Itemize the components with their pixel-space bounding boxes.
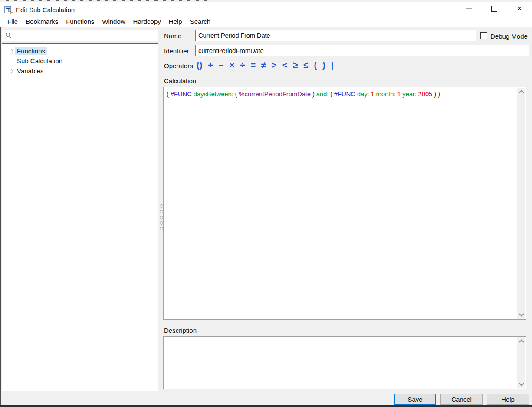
taskbar-sliver xyxy=(0,405,532,407)
operator-minus[interactable]: − xyxy=(219,61,224,69)
close-button[interactable]: ✕ xyxy=(507,2,532,16)
description-input[interactable] xyxy=(164,338,516,388)
calculation-label: Calculation xyxy=(164,77,196,85)
identifier-input[interactable] xyxy=(195,45,529,56)
background-window-sliver xyxy=(6,0,210,1)
chevron-right-icon[interactable] xyxy=(7,69,14,73)
search-input[interactable] xyxy=(13,30,158,41)
chevron-right-glyph xyxy=(8,69,13,73)
help-button[interactable]: Help xyxy=(487,394,529,405)
scroll-down-icon[interactable] xyxy=(519,382,523,386)
operator-multiply[interactable]: × xyxy=(230,61,235,69)
minimize-icon xyxy=(466,8,472,9)
tree-item-label: Functions xyxy=(15,47,47,55)
operator-greater-than[interactable]: > xyxy=(272,61,277,69)
cancel-button[interactable]: Cancel xyxy=(440,394,483,405)
operator-empty-parens[interactable]: () xyxy=(197,61,202,69)
calc-token-plain: ) xyxy=(311,90,316,98)
calc-token-number: 2005 xyxy=(418,90,433,98)
action-buttons: SaveCancelHelp xyxy=(394,394,529,405)
operators-label: Operators xyxy=(164,62,193,69)
calc-token-plain: ( xyxy=(167,90,171,98)
tree-item-variables[interactable]: Variables xyxy=(2,66,158,76)
scroll-up-icon[interactable] xyxy=(519,340,523,344)
operator-less-equal[interactable]: ≤ xyxy=(303,61,308,69)
tree-item-label: Variables xyxy=(15,67,45,75)
tree-item-sub-calculation[interactable]: Sub Calculation xyxy=(2,56,158,66)
identifier-label: Identifier xyxy=(164,47,189,55)
window-title: Edit Sub Calculation xyxy=(16,6,75,13)
calc-token-plain: ( xyxy=(233,90,239,98)
calc-token-selector: daysBetween: xyxy=(194,90,233,98)
menu-item-hardcopy[interactable]: Hardcopy xyxy=(129,16,165,26)
chevron-right-glyph xyxy=(8,49,13,53)
search-icon xyxy=(5,32,12,40)
titlebar: Edit Sub Calculation ✕ xyxy=(0,2,532,16)
function-tree: FunctionsSub CalculationVariables xyxy=(2,43,158,391)
calculation-expression: ( #FUNC daysBetween: ( %currentPeriodFro… xyxy=(167,90,516,98)
scroll-up-icon[interactable] xyxy=(519,90,523,94)
operator-equals[interactable]: = xyxy=(250,61,256,69)
operator-less-than[interactable]: < xyxy=(282,61,288,69)
operator-pipe[interactable]: | xyxy=(331,61,334,69)
debug-mode-label: Debug Mode xyxy=(490,33,528,40)
operator-divide[interactable]: ÷ xyxy=(240,61,245,69)
splitter-grip-dot xyxy=(160,204,163,208)
save-button[interactable]: Save xyxy=(394,394,436,405)
operator-greater-equal[interactable]: ≥ xyxy=(293,61,298,69)
menubar: FileBookmarksFunctionsWindowHardcopyHelp… xyxy=(0,16,532,27)
maximize-icon xyxy=(491,6,497,12)
description-scrollbar[interactable] xyxy=(517,337,525,388)
calc-token-selector: month: xyxy=(376,90,396,98)
calc-token-func: #FUNC xyxy=(334,90,355,98)
operator-open-paren[interactable]: ( xyxy=(314,61,317,69)
search-box xyxy=(2,30,158,41)
tree-item-label: Sub Calculation xyxy=(15,57,64,65)
app-icon xyxy=(4,6,13,14)
maximize-button[interactable] xyxy=(482,2,507,16)
description-label: Description xyxy=(164,327,197,334)
name-label: Name xyxy=(164,32,181,39)
chevron-right-icon[interactable] xyxy=(7,49,14,53)
operator-plus[interactable]: + xyxy=(208,61,213,69)
menu-item-file[interactable]: File xyxy=(3,16,22,26)
calc-token-plain: ( xyxy=(328,90,334,98)
tree-item-functions[interactable]: Functions xyxy=(2,46,158,56)
splitter-grip-dot xyxy=(160,216,163,219)
menu-item-window[interactable]: Window xyxy=(98,16,129,26)
menu-item-help[interactable]: Help xyxy=(165,16,186,26)
menu-item-bookmarks[interactable]: Bookmarks xyxy=(22,16,62,26)
caption-buttons: ✕ xyxy=(456,2,532,16)
operator-not-equals[interactable]: ≠ xyxy=(261,61,266,69)
calc-token-func: #FUNC xyxy=(171,90,192,98)
calc-token-selector: day: xyxy=(357,90,369,98)
close-icon: ✕ xyxy=(516,5,522,12)
calc-token-plain: ) ) xyxy=(432,90,440,98)
splitter-grip-dot xyxy=(160,210,163,213)
calculation-scrollbar[interactable] xyxy=(517,88,525,319)
debug-mode-checkbox[interactable] xyxy=(480,32,487,39)
splitter-grip-dot xyxy=(160,221,163,225)
background-window-edge xyxy=(0,2,1,407)
calc-token-selector: year: xyxy=(402,90,416,98)
edit-sub-calculation-window: Edit Sub Calculation ✕ FileBookmarksFunc… xyxy=(0,0,532,407)
description-editor xyxy=(163,336,526,389)
operator-close-paren[interactable]: ) xyxy=(322,61,325,69)
splitter-grip-dot xyxy=(160,227,163,230)
calc-token-number: 1 xyxy=(371,90,374,98)
operator-toolbar: ()+−×÷=≠><≥≤()| xyxy=(197,59,333,71)
name-input[interactable] xyxy=(195,30,476,41)
calc-token-variable: %currentPeriodFromDate xyxy=(239,90,311,98)
calculation-editor[interactable]: ( #FUNC daysBetween: ( %currentPeriodFro… xyxy=(163,87,526,320)
scroll-down-icon[interactable] xyxy=(519,312,523,316)
minimize-button[interactable] xyxy=(456,2,482,16)
menu-item-search[interactable]: Search xyxy=(186,16,215,26)
calc-token-selector: and: xyxy=(316,90,328,98)
menu-item-functions[interactable]: Functions xyxy=(62,16,98,26)
